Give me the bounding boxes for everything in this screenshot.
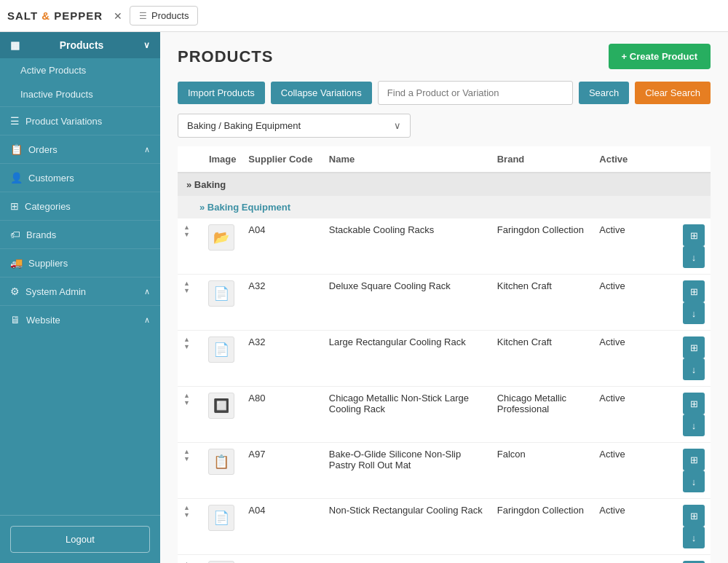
actions-cell: ⊞ ↓ — [652, 218, 711, 275]
search-input[interactable] — [378, 81, 573, 105]
actions-cell: ⊞ ↓ — [652, 555, 711, 564]
clear-search-button[interactable]: Clear Search — [635, 82, 711, 104]
export-product-button[interactable]: ↓ — [683, 358, 705, 380]
product-name-cell: Stackable Cooling Racks — [323, 218, 491, 275]
sort-up-icon[interactable]: ▲ — [183, 449, 197, 455]
sidebar-item-brands[interactable]: 🏷 Brands — [0, 220, 160, 248]
product-image-cell: 🟫 — [202, 555, 242, 564]
supplier-code-cell: A04 — [242, 499, 323, 555]
export-product-button[interactable]: ↓ — [683, 246, 705, 268]
brand-cell: Faringdon Collection — [491, 499, 594, 555]
sidebar-item-inactive-products[interactable]: Inactive Products — [0, 82, 160, 106]
supplier-code-cell: A97 — [242, 555, 323, 564]
product-name-cell: Non-Stick Rectangular Cooling Rack — [323, 499, 491, 555]
toolbar: Import Products Collapse Variations Sear… — [160, 81, 728, 114]
app-logo: SALT & PEPPER — [7, 9, 103, 22]
sidebar-item-customers[interactable]: 👤 Customers — [0, 163, 160, 192]
top-bar: SALT & PEPPER ✕ ☰ Products — [0, 0, 728, 32]
supplier-code-cell: A04 — [242, 218, 323, 275]
sort-down-icon[interactable]: ▼ — [183, 344, 197, 350]
suppliers-label: Suppliers — [28, 258, 68, 269]
sidebar-item-active-products[interactable]: Active Products — [0, 58, 160, 82]
sort-down-icon[interactable]: ▼ — [183, 400, 197, 406]
product-image: 📄 — [208, 280, 234, 307]
product-name-cell: Large Rectangular Cooling Rack — [323, 331, 491, 387]
active-status-cell: Active — [593, 499, 652, 555]
search-button[interactable]: Search — [579, 82, 629, 104]
product-image-cell: 📂 — [202, 218, 242, 275]
product-image-cell: 📄 — [202, 499, 242, 555]
product-image: 📋 — [208, 449, 234, 475]
col-image: Image — [202, 146, 242, 173]
sort-arrows-cell: ▲ ▼ — [178, 387, 202, 443]
active-status-cell: Active — [593, 275, 652, 331]
sidebar-products-label: Products — [60, 39, 104, 51]
categories-label: Categories — [25, 201, 71, 212]
view-product-button[interactable]: ⊞ — [683, 449, 705, 471]
subgroup-label: » Baking Equipment — [178, 196, 711, 218]
view-product-button[interactable]: ⊞ — [683, 280, 705, 302]
export-product-button[interactable]: ↓ — [683, 302, 705, 324]
supplier-code-cell: A80 — [242, 387, 323, 443]
sort-up-icon[interactable]: ▲ — [183, 505, 197, 511]
product-name-cell: Bake-O-Glide Silicone Non-Slip Pastry Ro… — [323, 443, 491, 499]
sort-up-icon[interactable]: ▲ — [183, 280, 197, 287]
sort-arrows-cell: ▲ ▼ — [178, 218, 202, 275]
sort-down-icon[interactable]: ▼ — [183, 456, 197, 462]
top-tab[interactable]: ☰ Products — [130, 6, 198, 25]
sidebar: ▦ Products ∨ Active Products Inactive Pr… — [0, 32, 160, 563]
content-header: PRODUCTS + Create Product — [160, 32, 728, 81]
sort-up-icon[interactable]: ▲ — [183, 224, 197, 231]
col-name: Name — [323, 146, 491, 173]
inactive-products-label: Inactive Products — [20, 89, 93, 100]
active-status-cell: Active — [593, 218, 652, 275]
category-dropdown[interactable]: Baking / Baking Equipment ∨ — [178, 114, 411, 138]
sort-up-icon[interactable]: ▲ — [183, 393, 197, 399]
product-image-cell: 🔲 — [202, 387, 242, 443]
view-product-button[interactable]: ⊞ — [683, 505, 705, 527]
supplier-code-cell: A97 — [242, 443, 323, 499]
actions-cell: ⊞ ↓ — [652, 499, 711, 555]
customers-label: Customers — [28, 173, 74, 184]
sidebar-products-icon: ▦ — [10, 39, 20, 51]
view-product-button[interactable]: ⊞ — [683, 393, 705, 414]
view-product-button[interactable]: ⊞ — [683, 336, 705, 358]
sidebar-item-system-admin[interactable]: ⚙ System Admin ∧ — [0, 277, 160, 305]
sort-up-icon[interactable]: ▲ — [183, 336, 197, 343]
sidebar-item-website[interactable]: 🖥 Website ∧ — [0, 305, 160, 334]
sidebar-item-product-variations[interactable]: ☰ Product Variations — [0, 106, 160, 135]
website-icon: 🖥 — [10, 314, 20, 326]
view-product-button[interactable]: ⊞ — [683, 224, 705, 246]
table-row: ▲ ▼ 📂 A04 Stackable Cooling Racks Faring… — [178, 218, 711, 275]
active-status-cell: Active — [593, 555, 652, 564]
sort-down-icon[interactable]: ▼ — [183, 232, 197, 238]
sidebar-products-header[interactable]: ▦ Products ∨ — [0, 32, 160, 58]
product-image: 🔲 — [208, 393, 234, 419]
website-label: Website — [26, 315, 60, 326]
active-status-cell: Active — [593, 443, 652, 499]
product-image-cell: 📋 — [202, 443, 242, 499]
export-product-button[interactable]: ↓ — [683, 527, 705, 548]
export-product-button[interactable]: ↓ — [683, 414, 705, 436]
active-status-cell: Active — [593, 387, 652, 443]
product-image: 📂 — [208, 224, 234, 251]
sidebar-item-categories[interactable]: ⊞ Categories — [0, 192, 160, 220]
collapse-variations-button[interactable]: Collapse Variations — [271, 82, 372, 104]
sort-arrows-cell: ▲ ▼ — [178, 331, 202, 387]
import-products-button[interactable]: Import Products — [178, 82, 265, 104]
filter-row: Baking / Baking Equipment ∨ — [160, 114, 728, 146]
create-product-button[interactable]: + Create Product — [609, 44, 711, 69]
product-image-cell: 📄 — [202, 331, 242, 387]
close-button[interactable]: ✕ — [114, 10, 122, 22]
logout-button[interactable]: Logout — [10, 526, 150, 553]
actions-cell: ⊞ ↓ — [652, 275, 711, 331]
table-row: ▲ ▼ 📄 A04 Non-Stick Rectangular Cooling … — [178, 499, 711, 555]
table-row: ▲ ▼ 📋 A97 Bake-O-Glide Silicone Non-Slip… — [178, 443, 711, 499]
export-product-button[interactable]: ↓ — [683, 471, 705, 492]
sort-down-icon[interactable]: ▼ — [183, 512, 197, 519]
sidebar-item-suppliers[interactable]: 🚚 Suppliers — [0, 248, 160, 277]
product-variations-label: Product Variations — [25, 116, 102, 127]
sidebar-item-orders[interactable]: 📋 Orders ∧ — [0, 135, 160, 163]
sort-down-icon[interactable]: ▼ — [183, 288, 197, 294]
brand-cell: Faringdon Collection — [491, 218, 594, 275]
